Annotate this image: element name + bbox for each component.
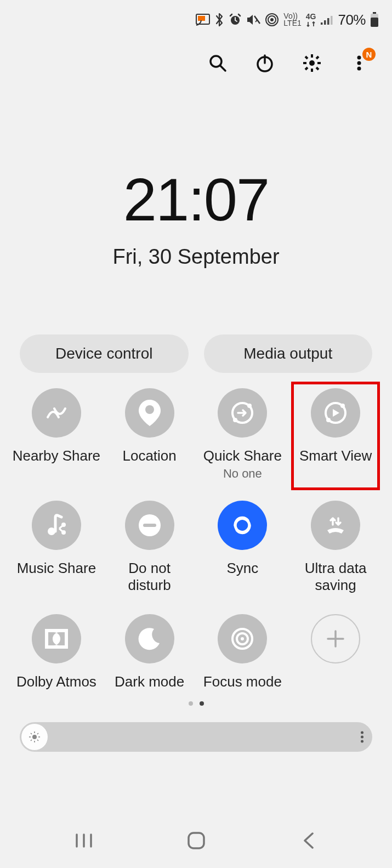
- clock-block: 21:07 Fri, 30 September: [0, 164, 392, 269]
- navigation-bar: [0, 813, 392, 868]
- svg-line-58: [37, 733, 38, 734]
- brightness-thumb[interactable]: [21, 723, 48, 751]
- svg-point-35: [340, 404, 345, 408]
- svg-point-33: [233, 418, 237, 422]
- svg-rect-8: [324, 20, 326, 25]
- home-button[interactable]: [183, 827, 210, 854]
- svg-line-15: [220, 66, 225, 71]
- add-icon: [311, 614, 360, 663]
- page-indicator: [0, 701, 392, 706]
- settings-button[interactable]: [301, 52, 323, 74]
- tile-do-not-disturb[interactable]: Do not disturb: [103, 495, 196, 599]
- svg-line-57: [31, 740, 32, 741]
- notification-badge: N: [362, 48, 376, 61]
- svg-point-18: [309, 60, 315, 66]
- tile-location[interactable]: Location: [103, 383, 196, 486]
- tile-quick-share[interactable]: Quick ShareNo one: [196, 383, 289, 486]
- svg-line-25: [305, 67, 308, 70]
- svg-rect-62: [189, 833, 204, 848]
- tile-add[interactable]: [289, 609, 382, 696]
- bluetooth-icon: [214, 13, 224, 27]
- svg-line-24: [316, 67, 319, 70]
- svg-point-28: [357, 61, 361, 65]
- tile-label: Focus mode: [203, 673, 282, 690]
- brightness-slider[interactable]: [20, 722, 372, 752]
- brightness-menu-button[interactable]: [361, 731, 363, 742]
- tile-focus-mode[interactable]: Focus mode: [196, 609, 289, 696]
- svg-point-32: [247, 404, 252, 408]
- power-button[interactable]: [254, 52, 276, 74]
- svg-line-55: [31, 733, 32, 734]
- ultra-data-saving-icon: [311, 501, 360, 550]
- nearby-share-icon: [32, 388, 81, 438]
- svg-line-26: [316, 56, 319, 59]
- svg-point-50: [32, 735, 37, 739]
- tile-smart-view[interactable]: Smart View: [289, 383, 382, 486]
- page-dot[interactable]: [189, 701, 193, 706]
- dark-mode-icon: [125, 614, 174, 663]
- recents-button[interactable]: [70, 827, 98, 854]
- tile-dark-mode[interactable]: Dark mode: [103, 609, 196, 696]
- svg-rect-11: [373, 12, 376, 14]
- tile-ultra-data-saving[interactable]: Ultra data saving: [289, 495, 382, 599]
- svg-point-30: [145, 405, 154, 414]
- tile-music-share[interactable]: Music Share: [10, 495, 103, 599]
- sync-icon: [218, 501, 267, 550]
- do-not-disturb-icon: [125, 501, 174, 550]
- tile-sync[interactable]: Sync: [196, 495, 289, 599]
- tile-dolby-atmos[interactable]: Dolby Atmos: [10, 609, 103, 696]
- tile-label: Music Share: [17, 560, 96, 577]
- dolby-atmos-icon: [32, 614, 81, 663]
- recents-icon: [75, 832, 93, 849]
- svg-point-29: [357, 67, 361, 71]
- tile-nearby-share[interactable]: Nearby Share: [10, 383, 103, 486]
- sun-icon: [29, 731, 41, 743]
- signal-icon: [320, 14, 333, 25]
- svg-point-4: [270, 18, 274, 21]
- volte-indicator: Vo)) LTE1: [283, 13, 301, 26]
- svg-line-56: [37, 740, 38, 741]
- clock-date: Fri, 30 September: [0, 245, 392, 269]
- svg-point-47: [241, 637, 244, 640]
- more-icon: [356, 55, 362, 71]
- more-button[interactable]: N: [348, 52, 370, 74]
- tile-label: Location: [122, 447, 176, 464]
- device-control-button[interactable]: Device control: [20, 334, 189, 373]
- page-dot[interactable]: [200, 701, 204, 706]
- svg-rect-9: [327, 18, 329, 25]
- cast-active-icon: [196, 14, 210, 26]
- svg-rect-13: [371, 18, 378, 27]
- network-4g-icon: 4G: [306, 12, 316, 27]
- power-icon: [255, 53, 275, 73]
- battery-percent: 70%: [338, 12, 366, 29]
- svg-point-27: [357, 56, 361, 60]
- svg-point-36: [326, 418, 331, 422]
- svg-rect-1: [198, 16, 205, 21]
- panel-top-actions: N: [0, 33, 392, 82]
- hotspot-icon: [265, 13, 279, 27]
- svg-rect-7: [321, 22, 323, 25]
- focus-mode-icon: [218, 614, 267, 663]
- quick-share-icon: [218, 388, 267, 438]
- tile-sublabel: No one: [223, 467, 262, 481]
- media-output-button[interactable]: Media output: [204, 334, 373, 373]
- location-icon: [125, 388, 174, 438]
- status-bar: Vo)) LTE1 4G 70%: [0, 0, 392, 33]
- tile-label: Dark mode: [115, 673, 184, 690]
- search-icon: [208, 53, 228, 73]
- search-button[interactable]: [207, 52, 229, 74]
- smart-view-icon: [311, 388, 360, 438]
- gear-icon: [302, 53, 322, 73]
- battery-icon: [370, 12, 379, 27]
- music-share-icon: [32, 501, 81, 550]
- tile-label: Sync: [226, 560, 258, 577]
- alarm-icon: [229, 13, 242, 26]
- svg-rect-43: [143, 524, 156, 527]
- back-icon: [302, 831, 316, 850]
- tile-label: Ultra data saving: [291, 560, 380, 594]
- clock-time: 21:07: [0, 164, 392, 234]
- control-pill-row: Device control Media output: [0, 334, 392, 373]
- back-button[interactable]: [295, 827, 322, 854]
- tile-label: Do not disturb: [105, 560, 194, 594]
- tile-label: Dolby Atmos: [16, 673, 96, 690]
